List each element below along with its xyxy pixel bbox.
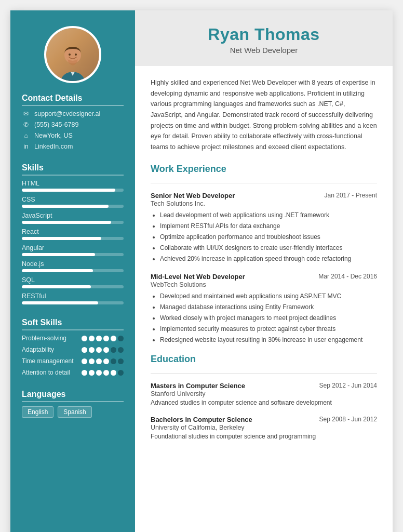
job-title: Mid-Level Net Web Developer [151, 273, 245, 281]
skill-name: SQL [22, 276, 124, 284]
skill-name: RESTful [22, 292, 124, 300]
dot [96, 347, 102, 353]
svg-point-1 [69, 54, 71, 56]
contact-text: NewYork, US [34, 132, 73, 139]
dot [96, 358, 102, 364]
job-company: Tech Solutions Inc. [151, 200, 377, 207]
skill-bar-bg [22, 189, 124, 192]
skill-name: Node.js [22, 260, 124, 268]
skills-section: Skills HTML CSS JavaScript React Angular… [10, 163, 135, 309]
job-company: WebTech Solutions [151, 281, 377, 288]
sidebar: Contact Details ✉support@cvdesigner.ai✆(… [10, 10, 135, 532]
contact-section: Contact Details ✉support@cvdesigner.ai✆(… [10, 94, 135, 154]
soft-skill-item: Adaptability [22, 346, 124, 353]
skill-bar-bg [22, 253, 124, 256]
avatar-area [10, 10, 135, 94]
soft-skill-dots [82, 336, 124, 341]
skill-bar-fill [22, 205, 109, 208]
linkedin-icon: in [22, 143, 30, 150]
edu-date: Sep 2012 - Jun 2014 [319, 382, 377, 389]
dot [82, 370, 87, 376]
edu-school: Stanford University [151, 390, 377, 397]
skill-bar-bg [22, 301, 124, 304]
phone-icon: ✆ [22, 121, 30, 128]
job-bullet: Lead development of web applications usi… [160, 210, 377, 220]
soft-skills-title: Soft Skills [22, 318, 124, 330]
dot [89, 358, 95, 364]
candidate-name: Ryan Thomas [151, 25, 377, 44]
dot [111, 370, 116, 376]
dot [111, 336, 116, 341]
soft-skill-item: Attention to detail [22, 369, 124, 376]
skill-bar-bg [22, 285, 124, 288]
soft-skill-dots [82, 358, 124, 364]
main-content: Ryan Thomas Net Web Developer Highly ski… [135, 10, 393, 532]
skill-bar-fill [22, 237, 101, 240]
job-entry: Senior Net Web Developer Jan 2017 - Pres… [151, 192, 377, 263]
skill-item: CSS [22, 196, 124, 208]
dot [96, 370, 102, 376]
skill-bar-bg [22, 221, 124, 224]
soft-skill-name: Problem-solving [22, 335, 82, 342]
svg-point-2 [75, 54, 77, 56]
dot [82, 347, 87, 353]
job-bullet: Redesigned website layout resulting in 3… [160, 335, 377, 344]
job-bullet: Developed and maintained web application… [160, 291, 377, 301]
skill-bar-fill [22, 301, 98, 304]
summary-text: Highly skilled and experienced Net Web D… [151, 77, 377, 152]
job-bullet: Collaborate with UI/UX designers to crea… [160, 243, 377, 252]
dot [82, 358, 87, 364]
edu-desc: Foundational studies in computer science… [151, 433, 377, 440]
contact-text: (555) 345-6789 [34, 121, 78, 128]
edu-divider [151, 373, 377, 374]
contact-items: ✉support@cvdesigner.ai✆(555) 345-6789⌂Ne… [22, 110, 124, 150]
work-divider [151, 183, 377, 183]
main-header: Ryan Thomas Net Web Developer [135, 10, 393, 66]
contact-title: Contact Details [22, 94, 124, 106]
languages-title: Languages [22, 390, 124, 402]
job-header: Mid-Level Net Web Developer Mar 2014 - D… [151, 273, 377, 281]
soft-skill-dots [82, 370, 124, 376]
skill-item: Angular [22, 244, 124, 256]
location-icon: ⌂ [22, 132, 30, 139]
soft-skill-item: Problem-solving [22, 335, 124, 342]
edu-header: Masters in Computer Science Sep 2012 - J… [151, 382, 377, 390]
skill-name: HTML [22, 180, 124, 187]
job-bullet: Achieved 20% increase in application spe… [160, 254, 377, 263]
skill-bar-fill [22, 253, 95, 256]
edu-degree: Bachelors in Computer Science [151, 416, 252, 423]
skill-bar-fill [22, 221, 111, 224]
skill-bar-fill [22, 189, 115, 192]
language-tag: English [22, 406, 53, 418]
edu-date: Sep 2008 - Jun 2012 [319, 416, 377, 423]
dot [89, 347, 95, 353]
soft-skill-name: Time management [22, 357, 82, 365]
contact-text: LinkedIn.com [34, 143, 73, 150]
soft-skills-container: Problem-solvingAdaptabilityTime manageme… [22, 335, 124, 376]
skill-name: React [22, 228, 124, 235]
dot [118, 370, 124, 376]
skill-item: React [22, 228, 124, 240]
avatar [44, 26, 101, 83]
main-body: Highly skilled and experienced Net Web D… [135, 66, 393, 532]
contact-item: inLinkedIn.com [22, 143, 124, 150]
dot [96, 336, 102, 341]
skills-container: HTML CSS JavaScript React Angular Node.j… [22, 180, 124, 304]
skill-bar-fill [22, 285, 91, 288]
contact-item: ⌂NewYork, US [22, 132, 124, 139]
edu-desc: Advanced studies in computer science and… [151, 399, 377, 406]
job-bullets: Developed and maintained web application… [151, 291, 377, 344]
dot [118, 347, 124, 353]
job-bullets: Lead development of web applications usi… [151, 210, 377, 263]
dot [103, 347, 109, 353]
skill-item: Node.js [22, 260, 124, 272]
edu-header: Bachelors in Computer Science Sep 2008 -… [151, 416, 377, 423]
skill-name: CSS [22, 196, 124, 203]
job-bullet: Worked closely with project managers to … [160, 313, 377, 323]
contact-item: ✉support@cvdesigner.ai [22, 110, 124, 117]
skills-title: Skills [22, 163, 124, 176]
contact-text: support@cvdesigner.ai [34, 110, 100, 117]
resume-wrapper: Contact Details ✉support@cvdesigner.ai✆(… [10, 10, 393, 532]
job-title: Senior Net Web Developer [151, 192, 235, 200]
job-header: Senior Net Web Developer Jan 2017 - Pres… [151, 192, 377, 200]
